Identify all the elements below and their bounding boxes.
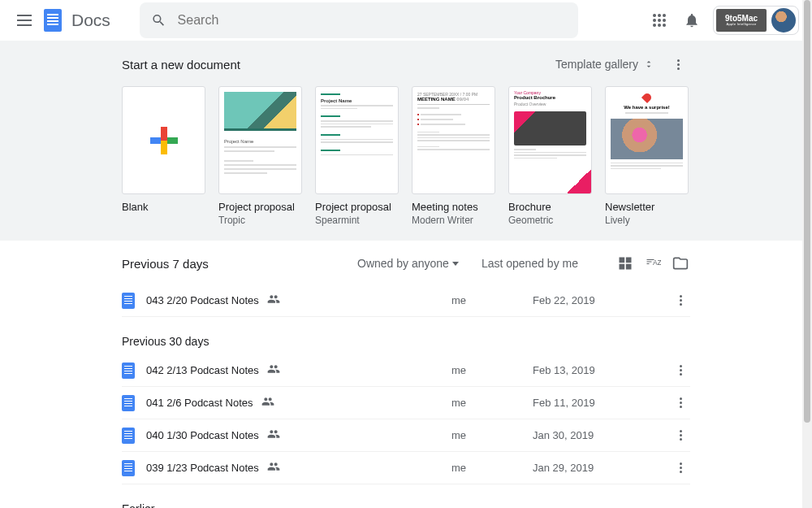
search-icon [151,12,166,28]
owner-filter-label: Owned by anyone [357,257,449,270]
template-thumb-spearmint[interactable]: Project Name [315,86,399,194]
doc-name: 040 1/30 Podcast Notes [146,429,259,441]
caret-down-icon [452,262,459,266]
doc-file-icon [122,293,135,309]
template-meeting: 27 SEPTEMBER 20XX / 7:00 PMMEETING NAME … [412,86,495,226]
shared-icon [267,460,280,476]
doc-date: Jan 29, 2019 [533,462,671,474]
partner-brand-logo: 9to5Mac Apple Intelligence [716,9,767,32]
doc-owner: me [451,429,533,441]
template-thumb-brochure[interactable]: Your CompanyProduct Brochure Product Ove… [508,86,592,194]
search-box[interactable] [140,2,578,38]
doc-file-icon [122,395,135,411]
doc-more-button[interactable] [671,462,690,473]
main-menu-button[interactable] [8,4,41,37]
search-input[interactable] [178,13,567,28]
document-row[interactable]: 040 1/30 Podcast NotesmeJan 30, 2019 [122,419,690,452]
doc-owner: me [451,397,533,409]
grid-view-button[interactable] [615,254,635,273]
template-thumb-blank[interactable] [122,86,205,194]
grid-icon [617,255,633,271]
template-subname: Spearmint [315,215,399,226]
template-spearmint: Project Name Project proposal Spearmint [315,86,399,226]
notifications-button[interactable] [676,4,708,37]
document-row[interactable]: 041 2/6 Podcast NotesmeFeb 11, 2019 [122,387,690,419]
shared-icon [267,293,280,309]
templates-section: Start a new document Template gallery Bl… [0,41,812,241]
doc-file-icon [122,428,135,444]
template-brochure: Your CompanyProduct Brochure Product Ove… [508,86,592,226]
doc-more-button[interactable] [671,295,690,306]
scrollbar[interactable] [802,0,812,508]
template-name: Project proposal [218,201,302,213]
open-picker-button[interactable] [671,254,690,273]
doc-date: Feb 22, 2019 [533,294,671,306]
google-apps-button[interactable] [643,4,676,37]
template-thumb-meeting[interactable]: 27 SEPTEMBER 20XX / 7:00 PMMEETING NAME … [412,86,495,194]
template-thumb-newsletter[interactable]: We have a surprise! [605,86,689,194]
group-title: Previous 7 days [122,257,209,271]
template-name: Newsletter [605,201,689,213]
shared-icon [267,428,280,444]
plus-icon [150,127,178,154]
hamburger-icon [17,15,32,26]
doc-date: Feb 11, 2019 [533,397,671,409]
template-gallery-toggle[interactable]: Template gallery [555,58,654,71]
templates-more-button[interactable] [666,52,690,76]
owner-filter[interactable]: Owned by anyone [357,257,459,270]
doc-file-icon [122,460,135,476]
doc-file-icon [122,363,135,379]
doc-name: 039 1/23 Podcast Notes [146,462,259,474]
doc-name: 043 2/20 Podcast Notes [146,294,259,306]
svg-text:AZ: AZ [653,258,661,267]
doc-more-button[interactable] [671,430,690,441]
doc-more-button[interactable] [671,365,690,376]
group-title: Previous 30 days [122,335,690,348]
more-vert-icon [680,365,682,376]
template-subname: Modern Writer [412,215,495,226]
bell-icon [684,12,700,28]
scrollbar-thumb[interactable] [804,0,810,423]
more-vert-icon [680,430,682,441]
template-blank: Blank [122,86,205,226]
template-subname: Tropic [218,215,302,226]
more-vert-icon [680,397,682,408]
template-thumb-tropic[interactable]: Project Name [218,86,302,194]
doc-more-button[interactable] [671,397,690,408]
apps-grid-icon [653,14,666,27]
template-name: Project proposal [315,201,399,213]
sort-az-icon: AZ [645,255,661,271]
document-row[interactable]: 043 2/20 Podcast NotesmeFeb 22, 2019 [122,284,690,317]
documents-header: Previous 7 days Owned by anyone Last ope… [122,254,690,273]
templates-row: Blank Project Name Project proposal Trop… [122,86,690,226]
app-name: Docs [71,11,110,30]
templates-header: Start a new document Template gallery [122,52,690,76]
docs-logo-icon [44,9,62,32]
docs-home-link[interactable]: Docs [44,9,110,32]
template-subname: Lively [605,215,689,226]
more-vert-icon [680,295,682,306]
template-subname: Geometric [508,215,592,226]
shared-icon [267,363,280,379]
list-controls: Owned by anyone Last opened by me AZ [357,254,690,273]
doc-name: 042 2/13 Podcast Notes [146,364,259,376]
more-vert-icon [677,59,680,70]
template-newsletter: We have a surprise! Newsletter Lively [605,86,689,226]
template-name: Meeting notes [412,201,495,213]
doc-owner: me [451,462,533,474]
sort-label: Last opened by me [482,257,578,270]
doc-date: Feb 13, 2019 [533,364,671,376]
document-row[interactable]: 039 1/23 Podcast NotesmeJan 29, 2019 [122,452,690,484]
sort-az-button[interactable]: AZ [643,254,663,273]
template-name: Blank [122,201,205,213]
more-vert-icon [680,462,682,473]
search-container [140,2,578,38]
account-switcher[interactable]: 9to5Mac Apple Intelligence [713,6,799,35]
template-tropic: Project Name Project proposal Tropic [218,86,302,226]
template-gallery-label: Template gallery [555,58,638,71]
document-row[interactable]: 042 2/13 Podcast NotesmeFeb 13, 2019 [122,354,690,387]
doc-owner: me [451,294,533,306]
shared-icon [261,395,274,411]
unfold-icon [643,59,654,70]
templates-heading: Start a new document [122,58,240,72]
